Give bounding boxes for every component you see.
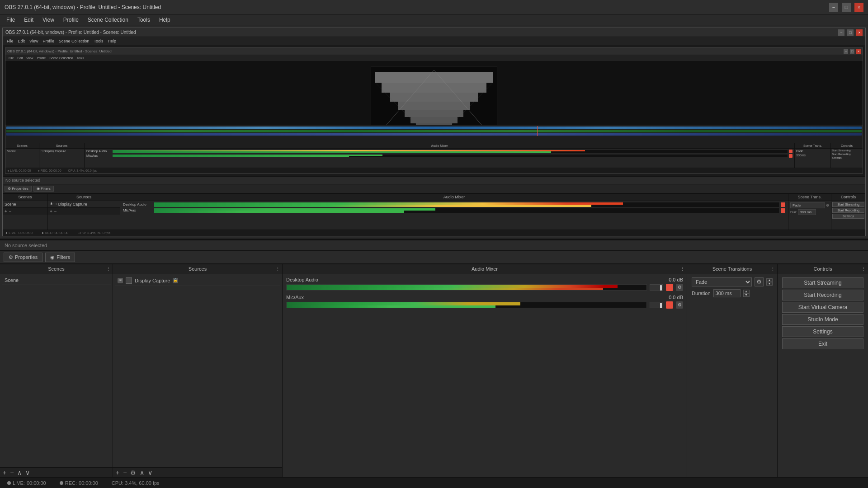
inner-meter-2 [113, 151, 551, 153]
source-move-up-btn[interactable]: ∧ [139, 469, 145, 476]
mic-aux-mute-btn[interactable] [666, 301, 673, 309]
inner-sources: Sources □Display Capture [39, 143, 85, 168]
maximize-button[interactable]: □ [842, 3, 851, 12]
nested-source-eye[interactable]: 👁 [50, 202, 53, 206]
inner-minimize[interactable]: − [844, 49, 848, 54]
nested-live-indicator: ● LIVE: 00:00:00 [5, 231, 33, 235]
mic-aux-volume[interactable] [650, 302, 663, 308]
start-virtual-camera-btn[interactable]: Start Virtual Camera [782, 302, 863, 313]
start-recording-btn[interactable]: Start Recording [782, 290, 863, 300]
close-button[interactable]: × [854, 3, 863, 12]
inner-panels-row: Scenes Scene Sources □Display Capture [5, 143, 863, 168]
settings-btn[interactable]: Settings [782, 326, 863, 337]
nested-filters-btn[interactable]: ◉ Filters [33, 186, 54, 192]
nested-source-remove[interactable]: − [54, 209, 57, 214]
scene-move-up-btn[interactable]: ∧ [16, 469, 23, 476]
source-move-down-btn[interactable]: ∨ [147, 469, 153, 476]
menu-scene-collection[interactable]: Scene Collection [83, 16, 133, 24]
scene-add-btn[interactable]: + [2, 469, 7, 476]
controls-panel-content: Start Streaming Start Recording Start Vi… [778, 274, 868, 478]
nested-menu-tools[interactable]: Tools [91, 39, 105, 43]
nested-menu-edit[interactable]: Edit [16, 39, 28, 43]
scene-transitions-header: Scene Transitions ⋮ [687, 264, 777, 274]
mic-aux-settings-btn[interactable]: ⚙ [676, 301, 683, 309]
nested-scene-add[interactable]: + [5, 209, 7, 214]
sources-panel-menu-btn[interactable]: ⋮ [275, 266, 280, 272]
scene-item[interactable]: Scene [2, 276, 111, 285]
nested-settings[interactable]: Settings [832, 214, 864, 219]
nested-obs-outer: OBS 27.0.1 (64-bit, windows) - Profile: … [2, 28, 866, 236]
nested-mute-mic[interactable] [781, 208, 785, 213]
exit-btn[interactable]: Exit [782, 338, 863, 349]
nested-mute-desktop[interactable] [781, 202, 785, 207]
desktop-audio-mute-btn[interactable] [666, 284, 673, 291]
controls-menu-btn[interactable]: ⋮ [861, 266, 866, 272]
source-settings-btn[interactable]: ⚙ [129, 469, 137, 476]
source-remove-btn[interactable]: − [122, 469, 127, 476]
transition-type-select[interactable]: Fade Cut [692, 277, 752, 286]
transitions-menu-btn[interactable]: ⋮ [770, 266, 775, 272]
nested-audio-panel: Audio Mixer Desktop Audio [120, 194, 788, 230]
inner-title: OBS 27.0.1 (64-bit, windows) - Profile: … [5, 48, 863, 55]
nested-menu-help[interactable]: Help [105, 39, 118, 43]
gear-icon: ⚙ [9, 254, 13, 260]
inner-close[interactable]: × [856, 49, 861, 54]
transition-settings-btn[interactable]: ⚙ [755, 277, 764, 286]
source-lock-btn[interactable]: 🔒 [173, 278, 178, 283]
nested-properties-btn[interactable]: ⚙ Properties [5, 186, 32, 192]
transition-spin-down[interactable]: ▼ [766, 282, 773, 286]
source-props-bar: ⚙ Properties ◉ Filters [0, 251, 868, 264]
scene-move-down-btn[interactable]: ∨ [24, 469, 31, 476]
meter-bar-bottom [287, 288, 603, 291]
filters-button[interactable]: ◉ Filters [45, 253, 75, 262]
inner-status-bar: ● LIVE: 00:00:00 ● REC: 00:00:00 CPU: 3.… [5, 168, 863, 173]
nested-close[interactable]: × [856, 29, 863, 36]
nested-start-streaming[interactable]: Start Streaming [832, 202, 864, 207]
nested-source-add[interactable]: + [50, 209, 52, 214]
scenes-panel-footer: + − ∧ ∨ [0, 467, 113, 477]
desktop-audio-volume[interactable] [650, 284, 663, 291]
inner-cpu-status: CPU: 3.4%, 60.0 fps [68, 169, 97, 172]
menu-view[interactable]: View [38, 16, 59, 24]
studio-mode-btn[interactable]: Studio Mode [782, 314, 863, 325]
menu-tools[interactable]: Tools [133, 16, 155, 24]
nested-minimize[interactable]: − [838, 29, 844, 36]
scenes-panel-menu-btn[interactable]: ⋮ [106, 266, 111, 272]
nested-menu-profile[interactable]: Profile [40, 39, 57, 43]
scenes-panel-header: Scenes ⋮ [0, 264, 113, 274]
nested-menu-view[interactable]: View [27, 39, 40, 43]
nested-menu-scene-collection[interactable]: Scene Collection [57, 39, 92, 43]
nested-menu-bar: File Edit View Profile Scene Collection … [3, 37, 865, 45]
audio-mixer-menu-btn[interactable]: ⋮ [680, 266, 685, 272]
duration-input[interactable] [713, 289, 741, 297]
start-streaming-btn[interactable]: Start Streaming [782, 277, 863, 288]
scenes-panel: Scenes ⋮ Scene + − ∧ ∨ [0, 264, 113, 478]
menu-help[interactable]: Help [155, 16, 175, 24]
mic-aux-controls: ⚙ [286, 301, 683, 309]
svg-rect-4 [405, 110, 463, 117]
source-item[interactable]: 👁 Display Capture 🔒 [115, 276, 280, 286]
mic-meter-bottom [287, 305, 495, 308]
meter-bar-top [287, 285, 618, 288]
nested-maximize[interactable]: □ [847, 29, 854, 36]
nested-start-recording[interactable]: Start Recording [832, 208, 864, 213]
minimize-button[interactable]: − [829, 3, 838, 12]
nested-cpu-info: CPU: 3.4%, 60.0 fps [78, 231, 110, 235]
inner-controls: Controls Start Streaming Start Recording… [831, 143, 863, 168]
desktop-audio-settings-btn[interactable]: ⚙ [676, 284, 683, 291]
inner-mute-2[interactable] [789, 154, 793, 158]
properties-button[interactable]: ⚙ Properties [4, 253, 42, 262]
scene-remove-btn[interactable]: − [9, 469, 14, 476]
menu-edit[interactable]: Edit [19, 16, 38, 24]
source-add-btn[interactable]: + [115, 469, 120, 476]
duration-spin-down[interactable]: ▼ [743, 293, 750, 297]
duration-spin-up[interactable]: ▲ [743, 290, 750, 293]
inner-mute-1[interactable] [789, 150, 793, 153]
inner-maximize[interactable]: □ [850, 49, 854, 54]
source-visibility-btn[interactable]: 👁 [118, 278, 123, 283]
menu-profile[interactable]: Profile [59, 16, 83, 24]
nested-scene-remove[interactable]: − [9, 209, 12, 214]
menu-file[interactable]: File [2, 16, 19, 24]
nested-menu-file[interactable]: File [5, 39, 16, 43]
transition-spin-up[interactable]: ▲ [766, 278, 773, 282]
